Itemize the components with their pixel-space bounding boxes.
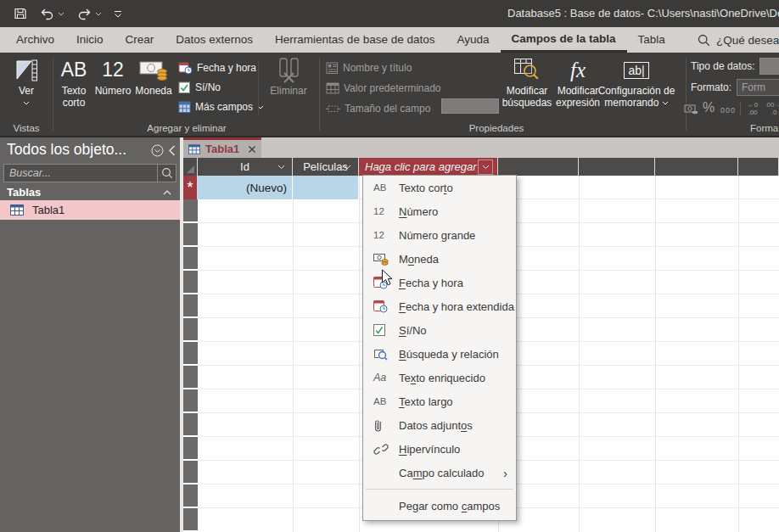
- tab-ayuda[interactable]: Ayuda: [446, 27, 500, 53]
- menu-item-texto-enriquecido[interactable]: AaTexto enriquecido: [363, 366, 516, 389]
- new-record-selector[interactable]: *: [183, 176, 198, 199]
- cell-peliculas-new[interactable]: [293, 176, 359, 199]
- new-record-icon: *: [187, 178, 193, 197]
- chevron-down-icon: [23, 101, 30, 105]
- field-size-input: [441, 98, 499, 114]
- large-number-icon: 12: [373, 230, 394, 240]
- add-column-dropdown-button[interactable]: [478, 160, 493, 175]
- empty-column-header: [498, 158, 579, 176]
- currency-icon: [132, 56, 175, 85]
- close-icon[interactable]: [248, 145, 256, 154]
- window-title: Database5 : Base de datos- C:\Users\nast…: [507, 7, 779, 20]
- menu-item-moneda[interactable]: Moneda: [363, 247, 516, 271]
- record-selector-cell[interactable]: [183, 199, 198, 221]
- record-selector-cell[interactable]: [183, 484, 198, 507]
- cell-id-new[interactable]: (Nuevo): [198, 176, 293, 199]
- select-all-corner-cell[interactable]: [183, 158, 198, 176]
- record-selector-cell[interactable]: [183, 437, 198, 459]
- currency-icon: [373, 253, 394, 266]
- yes-no-button[interactable]: Sí/No: [178, 79, 221, 96]
- more-fields-button[interactable]: Más campos: [178, 98, 264, 115]
- menu-item-label: Pegar como campos: [399, 500, 500, 512]
- date-time-button[interactable]: Fecha y hora: [178, 59, 256, 76]
- redo-button[interactable]: [73, 5, 105, 23]
- add-column-header[interactable]: Haga clic para agregar: [359, 158, 498, 176]
- group-label-formato: Forma: [750, 123, 779, 133]
- menu-item-n-mero[interactable]: 12Número: [363, 199, 516, 223]
- group-divider: [319, 58, 320, 131]
- menu-item-texto-corto[interactable]: ABTexto corto: [363, 176, 516, 199]
- short-text-button[interactable]: AB Texto corto: [54, 56, 93, 120]
- increase-decimals-button: ←0.00: [745, 99, 760, 116]
- modify-lookups-button[interactable]: Modificar búsquedas: [501, 56, 553, 120]
- svg-text:.00: .00: [748, 109, 758, 115]
- menu-item-fecha-y-hora-extendida[interactable]: Fecha y hora extendida: [363, 294, 516, 318]
- nav-search-box[interactable]: Buscar...: [3, 164, 177, 182]
- memo-settings-button[interactable]: ab| Configuración de memorando: [594, 56, 679, 120]
- document-tab-tabla1[interactable]: Tabla1: [183, 137, 261, 158]
- datasheet-view-icon: [3, 56, 49, 85]
- undo-button[interactable]: [36, 5, 68, 23]
- record-selector-cell[interactable]: [183, 271, 198, 293]
- chevron-down-icon: [482, 165, 490, 170]
- modify-lookups-icon: [501, 56, 553, 85]
- tab-crear[interactable]: Crear: [115, 27, 165, 53]
- gridline: [293, 176, 294, 532]
- record-selector-cell[interactable]: [183, 247, 198, 269]
- menu-item-datos-adjuntos[interactable]: Datos adjuntos: [363, 413, 516, 437]
- number-icon: 12: [93, 56, 132, 85]
- record-selector-cell[interactable]: [183, 366, 198, 388]
- data-type-label: Tipo de datos:: [691, 60, 755, 72]
- record-selector-cell[interactable]: [183, 294, 198, 316]
- menu-item-campo-calculado[interactable]: Campo calculado›: [363, 461, 516, 484]
- tell-me-search[interactable]: ¿Qué desea: [698, 27, 779, 53]
- menu-item-pegar-como-campos[interactable]: Pegar como campos: [363, 494, 516, 518]
- gridline: [738, 176, 739, 532]
- short-text-icon: AB: [373, 182, 394, 193]
- column-header-peliculas[interactable]: Películas: [293, 158, 359, 176]
- search-button[interactable]: [158, 167, 176, 179]
- empty-column-header: [579, 158, 655, 176]
- menu-item-label: Fecha y hora extendida: [399, 300, 514, 313]
- column-header-id[interactable]: Id: [198, 158, 293, 176]
- menu-item-hiperv-nculo[interactable]: Hipervínculo: [363, 437, 516, 461]
- nav-group-tablas[interactable]: Tablas: [0, 184, 180, 200]
- record-selector-cell[interactable]: [183, 413, 198, 435]
- record-selector-cell[interactable]: [183, 342, 198, 364]
- shutter-bar-close-button[interactable]: [168, 145, 176, 156]
- record-selector-cell[interactable]: [183, 508, 198, 530]
- save-button[interactable]: [10, 4, 31, 23]
- menu-item-b-squeda-y-relaci-n[interactable]: Búsqueda y relación: [363, 342, 516, 366]
- gridline: [579, 176, 580, 532]
- tab-archivo[interactable]: Archivo: [5, 27, 65, 53]
- nav-item-tabla1[interactable]: Tabla1: [0, 200, 180, 220]
- gridline: [359, 176, 360, 532]
- nav-search-placeholder: Buscar...: [4, 167, 157, 179]
- record-selector-cell[interactable]: [183, 461, 198, 483]
- ribbon-tab-row: Archivo Inicio Crear Datos externos Herr…: [0, 27, 779, 53]
- tab-inicio[interactable]: Inicio: [65, 27, 115, 53]
- record-selector-cell[interactable]: [183, 389, 198, 412]
- customize-qat-button[interactable]: [110, 8, 126, 20]
- tab-campos-de-la-tabla[interactable]: Campos de la tabla: [501, 27, 627, 53]
- view-button[interactable]: Ver: [3, 56, 49, 120]
- currency-label: Moneda: [132, 85, 175, 97]
- short-text-label: Texto corto: [54, 85, 93, 109]
- number-button[interactable]: 12 Número: [93, 56, 132, 120]
- menu-item-n-mero-grande[interactable]: 12Número grande: [363, 223, 516, 247]
- menu-item-texto-largo[interactable]: ABTexto largo: [363, 389, 516, 413]
- data-type-combo[interactable]: [759, 58, 779, 75]
- column-header-label: Id: [240, 160, 249, 173]
- record-selector-cell[interactable]: [183, 318, 198, 340]
- nav-pane-menu-button[interactable]: [151, 144, 164, 157]
- record-selector-cell[interactable]: [183, 223, 198, 245]
- tab-datos-externos[interactable]: Datos externos: [165, 27, 264, 53]
- tab-tabla[interactable]: Tabla: [627, 27, 676, 53]
- menu-item-s-no[interactable]: Sí/No: [363, 318, 516, 342]
- chevron-down-icon: [58, 12, 64, 16]
- nav-item-label: Tabla1: [32, 204, 64, 216]
- tab-herramientas-de-base-de-datos[interactable]: Herramientas de base de datos: [264, 27, 446, 53]
- currency-button[interactable]: Moneda: [132, 56, 175, 120]
- ribbon: Ver Vistas AB Texto corto 12 Número Mone…: [0, 53, 779, 137]
- nav-group-label: Tablas: [0, 186, 163, 199]
